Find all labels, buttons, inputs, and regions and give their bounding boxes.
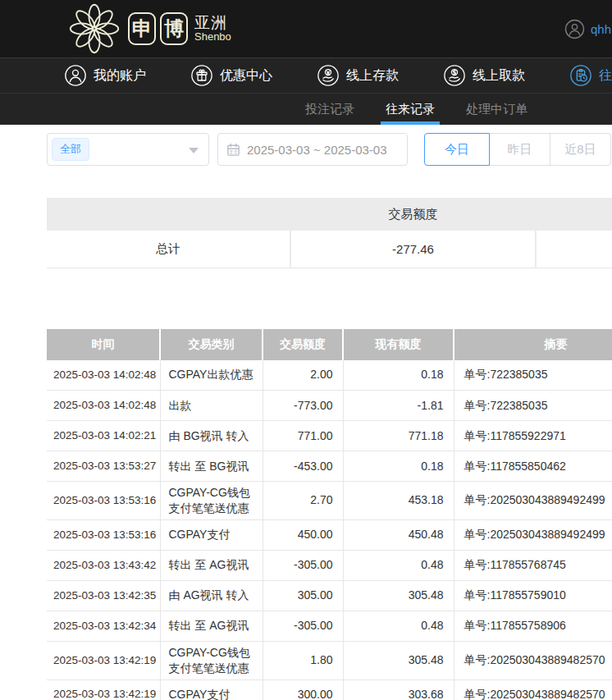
column-header-time: 时间 — [47, 329, 160, 360]
cell-balance: 450.48 — [343, 519, 454, 550]
table-row: 2025-03-03 13:42:34 转出 至 AG视讯 -305.00 0.… — [47, 611, 612, 641]
filter-bar: 全部 2025-03-03 ~ 2025-03-03 今日 昨日 近8日 — [0, 125, 612, 166]
cell-time: 2025-03-03 13:53:27 — [47, 451, 160, 482]
nav-item-promotions[interactable]: 优惠中心 — [190, 64, 272, 87]
table-row: 2025-03-03 14:02:48 CGPAY出款优惠 2.00 0.18 … — [47, 360, 612, 391]
cell-balance: 0.18 — [343, 451, 454, 482]
cell-type: CGPAY-CG钱包支付笔笔送优惠 — [160, 482, 263, 520]
brand-char-shen: 申 — [128, 12, 156, 45]
column-header-amount: 交易额度 — [263, 329, 343, 360]
cell-balance: 0.48 — [343, 611, 454, 641]
nav-item-label: 线上存款 — [346, 67, 399, 85]
table-row: 2025-03-03 13:43:42 转出 至 AG视讯 -305.00 0.… — [47, 550, 612, 580]
nav-item-transaction-records[interactable]: 往来记录 — [569, 64, 612, 87]
cell-summary: 单号:117855759010 — [454, 580, 612, 611]
table-row: 2025-03-03 13:42:19 CGPAY-CG钱包支付笔笔送优惠 1.… — [47, 641, 612, 679]
table-row: 2025-03-03 14:02:21 由 BG视讯 转入 771.00 771… — [47, 421, 612, 451]
brand-text: 亚洲 Shenbo — [194, 15, 231, 43]
type-select-tag: 全部 — [52, 138, 89, 161]
cell-balance: 0.18 — [343, 360, 454, 391]
user-avatar-icon — [564, 19, 585, 39]
user-info[interactable]: qhh — [564, 0, 611, 57]
cell-time: 2025-03-03 13:42:35 — [47, 580, 160, 611]
cell-summary: 单号:117855850462 — [454, 451, 612, 482]
tab-betting-records[interactable]: 投注记录 — [300, 102, 359, 125]
nav-item-label: 优惠中心 — [220, 67, 272, 85]
nav-item-my-account[interactable]: 我的账户 — [64, 64, 146, 87]
cell-balance: 305.48 — [343, 641, 454, 679]
cell-summary: 单号:202503043889492499 — [454, 519, 612, 550]
yesterday-button[interactable]: 昨日 — [490, 133, 550, 166]
withdraw-icon — [443, 64, 466, 87]
summary-header-spacer — [47, 198, 290, 231]
chevron-down-icon — [189, 148, 199, 153]
cell-type: CGPAY-CG钱包支付笔笔送优惠 — [160, 641, 263, 679]
cell-balance: 771.18 — [343, 421, 454, 451]
column-header-summary: 摘要 — [454, 329, 612, 360]
nav-item-withdraw[interactable]: 线上取款 — [443, 64, 525, 87]
tab-transaction-records[interactable]: 往来记录 — [381, 102, 440, 125]
brand-logo[interactable]: 申 博 亚洲 Shenbo — [69, 3, 231, 54]
cell-time: 2025-03-03 13:53:16 — [47, 482, 160, 520]
summary-table: 交易额度 总计 -277.46 — [47, 198, 612, 268]
cell-time: 2025-03-03 13:42:19 — [47, 679, 160, 700]
nav-item-deposit[interactable]: 线上存款 — [317, 64, 399, 87]
cell-time: 2025-03-03 13:43:42 — [47, 550, 160, 580]
cell-type: 转出 至 BG视讯 — [160, 451, 263, 482]
cell-type: 由 BG视讯 转入 — [160, 421, 263, 451]
last-8-days-button[interactable]: 近8日 — [550, 133, 611, 166]
calendar-icon — [226, 143, 240, 157]
cell-type: CGPAY支付 — [160, 679, 263, 700]
cell-time: 2025-03-03 14:02:21 — [47, 421, 160, 451]
cell-summary: 单号:722385035 — [454, 360, 612, 391]
cell-summary: 单号:117855768745 — [454, 550, 612, 580]
main-nav: 我的账户 优惠中心 — [0, 57, 612, 93]
summary-empty-cell — [536, 231, 612, 268]
summary-total-label: 总计 — [47, 231, 290, 268]
cell-amount: -453.00 — [263, 451, 343, 482]
username: qhh — [591, 22, 611, 36]
nav-item-label: 我的账户 — [94, 67, 146, 85]
cell-summary: 单号:202503043889492499 — [454, 482, 612, 520]
cell-balance: 0.48 — [343, 550, 454, 580]
quick-range-buttons: 今日 昨日 近8日 — [424, 133, 611, 166]
cell-balance: 453.18 — [343, 482, 454, 520]
cell-amount: 305.00 — [263, 580, 343, 611]
cell-balance: 303.68 — [343, 679, 454, 700]
cell-time: 2025-03-03 14:02:48 — [47, 360, 160, 391]
type-select[interactable]: 全部 — [47, 133, 209, 166]
cell-time: 2025-03-03 13:42:19 — [47, 641, 160, 679]
cell-amount: -305.00 — [263, 550, 343, 580]
cell-summary: 单号:202503043889482570 — [454, 679, 612, 700]
today-button[interactable]: 今日 — [424, 133, 490, 166]
cell-time: 2025-03-03 13:42:34 — [47, 611, 160, 641]
cell-amount: 771.00 — [263, 421, 343, 451]
date-range-input[interactable]: 2025-03-03 ~ 2025-03-03 — [217, 133, 408, 166]
cell-balance: 305.48 — [343, 580, 454, 611]
cell-type: CGPAY支付 — [160, 519, 263, 550]
gift-icon — [190, 64, 213, 87]
cell-summary: 单号:117855758906 — [454, 611, 612, 641]
cell-balance: -1.81 — [343, 391, 454, 421]
cell-type: 出款 — [160, 391, 263, 421]
cell-amount: -773.00 — [263, 391, 343, 421]
cell-amount: 1.80 — [263, 641, 343, 679]
table-row: 2025-03-03 13:53:16 CGPAY-CG钱包支付笔笔送优惠 2.… — [47, 482, 612, 520]
tabbar: 投注记录 往来记录 处理中订单 — [0, 93, 612, 125]
summary-total-value: -277.46 — [290, 231, 536, 268]
topbar: 申 博 亚洲 Shenbo qhh — [0, 0, 612, 57]
records-icon — [569, 64, 592, 87]
user-icon — [64, 64, 87, 87]
column-header-balance: 现有额度 — [343, 329, 454, 360]
nav-item-label: 往来记录 — [599, 67, 612, 85]
cell-time: 2025-03-03 14:02:48 — [47, 391, 160, 421]
flower-logo-icon — [69, 3, 120, 54]
table-row: 2025-03-03 13:42:19 CGPAY支付 300.00 303.6… — [47, 679, 612, 700]
cell-time: 2025-03-03 13:53:16 — [47, 519, 160, 550]
brand-char-bo: 博 — [160, 12, 188, 45]
brand-region: 亚洲 — [194, 15, 231, 31]
summary-header-row: 交易额度 — [47, 198, 612, 231]
table-row: 2025-03-03 13:53:27 转出 至 BG视讯 -453.00 0.… — [47, 451, 612, 482]
cell-amount: 300.00 — [263, 679, 343, 700]
tab-processing-orders[interactable]: 处理中订单 — [461, 102, 532, 125]
